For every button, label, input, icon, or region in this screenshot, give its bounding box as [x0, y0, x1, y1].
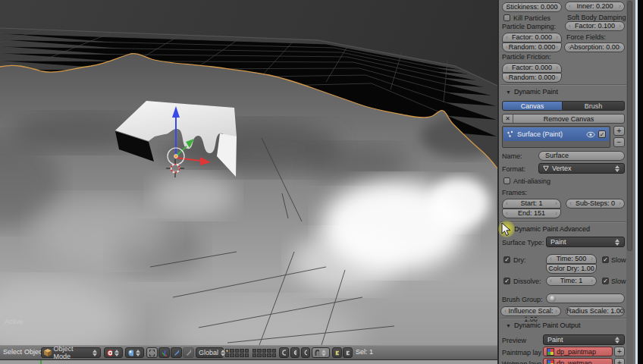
rotate-manipulator-button[interactable] [171, 347, 182, 358]
add-wetmap-button[interactable]: + [614, 358, 625, 364]
absorption-field[interactable]: Absorption: 0.00 [564, 42, 625, 52]
timeline-playhead[interactable] [40, 360, 42, 364]
panel-separator [500, 318, 626, 319]
viewport-header: Select Object Object Mode [0, 345, 497, 359]
paintmap-label: Paintmap lay [502, 349, 541, 356]
dissolve-checkbox[interactable]: ✓ [503, 278, 510, 284]
frame-end-field[interactable]: End: 151 [502, 209, 561, 218]
color-dry-field[interactable]: Color Dry: 1.00 [546, 264, 597, 274]
friction-random-field[interactable]: Random: 0.000 [502, 73, 562, 83]
paintmap-layer-field[interactable]: dp_paintmap [543, 347, 613, 356]
orientation-label: Global [199, 349, 218, 356]
remove-surface-button[interactable]: − [613, 137, 625, 147]
surface-type-label: Surface Type: [502, 239, 544, 246]
friction-factor-field[interactable]: Factor: 0.000 [502, 63, 562, 73]
radius-scale-field[interactable]: Radius Scale: 1.00 [566, 306, 625, 316]
eye-icon[interactable] [586, 131, 595, 138]
translate-manipulator-button[interactable] [158, 347, 170, 358]
dissolve-time-field[interactable]: Time: 1 [546, 276, 597, 286]
panel-separator [500, 221, 626, 223]
dry-slow-checkbox[interactable]: ✓ [602, 256, 609, 263]
mode-label: Object Mode [54, 345, 91, 360]
substeps-field[interactable]: Sub-Steps: 0 [566, 199, 625, 209]
advanced-title: Dynamic Paint Advanced [514, 225, 590, 233]
surface-type-dropdown[interactable]: Paint [546, 237, 625, 247]
vertex-color-icon [547, 348, 554, 356]
dry-label: Dry: [513, 256, 526, 264]
dissolve-slow-checkbox[interactable]: ✓ [602, 278, 609, 284]
frame-start-field[interactable]: Start: 1 [502, 199, 561, 209]
surface-type-value: Paint [550, 238, 566, 246]
dynamic-paint-advanced-header[interactable]: ▼ Dynamic Paint Advanced [506, 225, 590, 233]
dropdown-arrows-icon [114, 350, 120, 356]
brush-group-input[interactable] [546, 293, 625, 303]
magnet-icon [315, 350, 319, 356]
camera-still-icon [335, 350, 339, 356]
format-value: Vertex [552, 165, 572, 172]
damping-random-field[interactable]: Random: 0.000 [502, 42, 562, 52]
snap-target-dropdown[interactable] [312, 347, 330, 358]
translate-axes-icon [162, 350, 167, 356]
soft-body-factor-field[interactable]: Factor: 0.100 [565, 21, 625, 31]
pivot-icon [107, 350, 112, 356]
inner-field[interactable]: Inner: 0.200 [565, 2, 625, 11]
manipulator-toggle-button[interactable] [146, 347, 158, 358]
scale-manipulator-button[interactable] [183, 347, 194, 358]
pivot-point-dropdown[interactable] [104, 347, 123, 358]
dry-time-field[interactable]: Time: 500 [546, 254, 597, 264]
timeline-strip[interactable] [0, 359, 497, 364]
snap-peel-button[interactable] [301, 347, 310, 358]
viewport-3d[interactable]: Active [0, 0, 497, 345]
force-fields-label: Force Fields: [566, 33, 606, 41]
layers-grid-1[interactable] [225, 349, 249, 357]
preview-value: Paint [547, 336, 563, 344]
stickiness-field[interactable]: Stickiness: 0.000 [502, 2, 562, 12]
wetmap-value: dp_wetmap [557, 359, 592, 364]
group-icon [550, 296, 556, 302]
dynamic-paint-output-header[interactable]: ▼ Dynamic Paint Output [506, 322, 580, 329]
scale-icon [186, 350, 191, 356]
brush-group-label: Brush Group: [502, 296, 543, 303]
dropdown-arrows-icon [136, 350, 141, 356]
remove-canvas-label: Remove Canvas [513, 115, 624, 123]
particle-friction-label: Particle Friction: [502, 53, 551, 61]
add-paintmap-button[interactable]: + [614, 347, 625, 356]
wetmap-layer-field[interactable]: dp_wetmap [543, 358, 613, 364]
format-label: Format: [502, 165, 525, 173]
influence-scale-field[interactable]: Influence Scal: 1.00 [500, 306, 561, 316]
anti-aliasing-checkbox[interactable] [503, 177, 510, 184]
damping-factor-field[interactable]: Factor: 0.000 [502, 33, 562, 42]
dry-checkbox[interactable]: ✓ [503, 256, 510, 263]
panel-scrollbar[interactable] [626, 0, 633, 364]
viewport-shading-dropdown[interactable] [125, 347, 144, 358]
circle-outline-icon [304, 350, 307, 356]
dry-slow-label: Slow [611, 256, 626, 264]
remove-canvas-button[interactable]: ✕ Remove Canvas [502, 114, 625, 124]
format-dropdown[interactable]: Vertex [538, 163, 625, 174]
soft-body-damping-label: Soft Body Damping: [567, 14, 628, 21]
surface-enabled-checkbox[interactable]: ✓ [598, 130, 606, 138]
snap-mode-button[interactable] [290, 347, 300, 358]
dynamic-paint-header[interactable]: ▼ Dynamic Paint [506, 88, 558, 96]
surface-list-item[interactable]: Surface (Paint) ✓ [503, 127, 609, 141]
opengl-render-image-button[interactable] [332, 347, 342, 358]
tab-canvas[interactable]: Canvas [502, 101, 563, 111]
panel-scrollbar-thumb[interactable] [627, 1, 632, 251]
kill-particles-checkbox[interactable] [503, 14, 510, 21]
dynamic-paint-title: Dynamic Paint [514, 88, 558, 96]
manipulator-icon [149, 350, 155, 356]
panel-separator [500, 84, 626, 86]
preview-dropdown[interactable]: Paint [543, 334, 625, 345]
mode-dropdown[interactable]: Object Mode [41, 347, 101, 358]
orientation-dropdown[interactable]: Global [196, 347, 224, 358]
tab-brush[interactable]: Brush [563, 101, 625, 111]
select-menu[interactable]: Select [3, 348, 22, 356]
add-surface-button[interactable]: + [613, 126, 625, 136]
opengl-render-anim-button[interactable] [343, 347, 353, 358]
layers-grid-2[interactable] [252, 349, 276, 357]
name-input[interactable]: Surface [538, 151, 625, 161]
dissolve-slow-label: Slow [611, 278, 626, 285]
proportional-edit-button[interactable] [279, 347, 289, 358]
disclosure-triangle-icon: ▼ [506, 89, 511, 95]
frames-label: Frames: [502, 189, 527, 196]
